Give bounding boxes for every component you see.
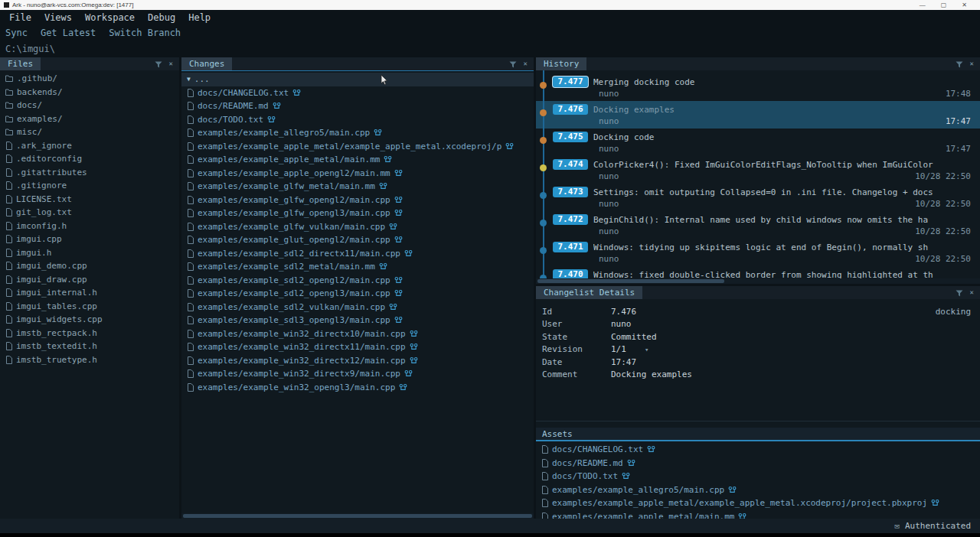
expander-icon[interactable]: ▼ (187, 76, 191, 83)
filter-icon[interactable] (956, 286, 963, 300)
asset-row[interactable]: examples/example_apple_metal/main.mm (536, 510, 980, 519)
changed-file-row[interactable]: examples/example_win32_directx9/main.cpp (181, 367, 534, 381)
history-commit-row[interactable]: 7.477Merging docking codenuno17:48 (536, 73, 980, 101)
changed-file-row[interactable]: examples/example_win32_directx10/main.cp… (181, 327, 534, 341)
history-commit-row[interactable]: 7.474ColorPicker4(): Fixed ImGuiColorEdi… (536, 156, 980, 184)
switch-branch-button[interactable]: Switch Branch (109, 28, 181, 38)
tab-history[interactable]: History (536, 57, 586, 70)
close-panel-icon[interactable]: ✕ (524, 60, 528, 67)
file-tree-item[interactable]: imgui.h (0, 246, 179, 260)
file-tree-item[interactable]: .ark_ignore (0, 139, 179, 153)
filter-icon[interactable] (956, 57, 963, 71)
revision-dropdown-icon[interactable]: ▾ (645, 346, 648, 353)
menu-debug[interactable]: Debug (148, 12, 175, 23)
changed-file-row[interactable]: examples/example_sdl2_directx11/main.cpp (181, 247, 534, 261)
tab-changes[interactable]: Changes (181, 57, 232, 70)
history-hscrollbar[interactable] (536, 278, 980, 284)
changed-file-row[interactable]: docs/TODO.txt (181, 113, 534, 127)
menu-views[interactable]: Views (44, 12, 72, 23)
changed-file-row[interactable]: examples/example_glfw_vulkan/main.cpp (181, 220, 534, 234)
commit-body: 7.471Windows: tidying up skipitems logic… (553, 241, 971, 266)
changed-file-row[interactable]: examples/example_sdl2_vulkan/main.cpp (181, 301, 534, 314)
changed-file-row[interactable]: examples/example_apple_opengl2/main.mm (181, 167, 534, 181)
get-latest-button[interactable]: Get Latest (41, 28, 96, 38)
asset-row[interactable]: docs/README.md (536, 457, 980, 470)
file-tree-item[interactable]: git_log.txt (0, 206, 179, 220)
file-tree-item[interactable]: imstb_truetype.h (0, 353, 179, 367)
file-tree-item[interactable]: imgui_draw.cpp (0, 273, 179, 287)
changed-file-row[interactable]: examples/example_win32_opengl3/main.cpp (181, 381, 534, 395)
file-icon (187, 356, 194, 365)
changed-file-row[interactable]: examples/example_win32_directx12/main.cp… (181, 354, 534, 368)
filter-icon[interactable] (155, 57, 162, 71)
sync-button[interactable]: Sync (5, 28, 28, 38)
changed-file-row[interactable]: examples/example_sdl2_metal/main.mm (181, 260, 534, 274)
path-bar: C:\imgui\ (0, 41, 980, 57)
file-tree-item[interactable]: misc/ (0, 125, 179, 139)
minimize-icon[interactable]: — (920, 2, 926, 8)
changed-file-row[interactable]: examples/example_apple_metal/main.mm (181, 153, 534, 167)
comment-area[interactable] (536, 383, 980, 421)
folder-icon (5, 129, 13, 135)
file-tree-item[interactable]: LICENSE.txt (0, 193, 179, 207)
changes-hscrollbar[interactable] (181, 513, 534, 519)
maximize-icon[interactable]: ▢ (941, 2, 947, 8)
file-tree-item[interactable]: imgui_tables.cpp (0, 300, 179, 314)
changed-file-row[interactable]: examples/example_glfw_opengl2/main.cpp (181, 194, 534, 207)
asset-row[interactable]: docs/CHANGELOG.txt (536, 443, 980, 457)
file-icon (5, 249, 12, 257)
file-tree-item[interactable]: imconfig.h (0, 220, 179, 233)
changed-file-row[interactable]: examples/example_win32_directx11/main.cp… (181, 340, 534, 354)
file-tree-item[interactable]: imgui_widgets.cpp (0, 313, 179, 327)
asset-row[interactable]: docs/TODO.txt (536, 470, 980, 483)
file-icon (187, 276, 194, 285)
pending-checkin-icon (410, 330, 418, 338)
history-commit-row[interactable]: 7.471Windows: tidying up skipitems logic… (536, 239, 980, 266)
close-panel-icon[interactable]: ✕ (970, 60, 974, 67)
menu-file[interactable]: File (9, 12, 31, 23)
file-tree-item[interactable]: docs/ (0, 99, 179, 112)
comment-text[interactable]: Docking examples (611, 369, 692, 379)
file-tree-item[interactable]: .editorconfig (0, 152, 179, 166)
history-commit-row[interactable]: 7.473Settings: omit outputing Collapsed=… (536, 184, 980, 211)
history-commit-row[interactable]: 7.470Windows: fixed double-clicked borde… (536, 266, 980, 278)
history-commit-row[interactable]: 7.476Docking examplesnuno17:47 (536, 101, 980, 129)
close-icon[interactable]: ✕ (962, 2, 967, 8)
changes-root-row[interactable]: ▼ ... (181, 73, 534, 86)
file-tree-item[interactable]: .gitignore (0, 179, 179, 193)
changed-file-row[interactable]: examples/example_allegro5/main.cpp (181, 126, 534, 140)
history-commit-row[interactable]: 7.475Docking codenuno17:47 (536, 129, 980, 156)
menu-workspace[interactable]: Workspace (85, 12, 135, 23)
file-tree-item[interactable]: imgui_internal.h (0, 286, 179, 300)
commit-time: 10/28 22:50 (915, 254, 971, 264)
changed-file-row[interactable]: examples/example_apple_metal/example_app… (181, 140, 534, 154)
changed-file-row[interactable]: examples/example_glfw_metal/main.mm (181, 180, 534, 194)
file-tree-item[interactable]: .gitattributes (0, 166, 179, 180)
changed-file-row[interactable]: examples/example_sdl3_opengl3/main.cpp (181, 314, 534, 327)
file-tree-item[interactable]: imgui.cpp (0, 233, 179, 246)
file-tree-item[interactable]: examples/ (0, 112, 179, 126)
history-commit-row[interactable]: 7.472BeginChild(): Internal name used by… (536, 211, 980, 239)
asset-row[interactable]: examples/example_allegro5/main.cpp (536, 483, 980, 497)
changed-file-row[interactable]: examples/example_glut_opengl2/main.cpp (181, 233, 534, 247)
changed-file-row[interactable]: docs/CHANGELOG.txt (181, 86, 534, 100)
tab-changelist-details[interactable]: Changelist Details (536, 286, 642, 299)
changed-file-row[interactable]: examples/example_sdl2_opengl2/main.cpp (181, 274, 534, 288)
file-tree-item[interactable]: imgui_demo.cpp (0, 259, 179, 273)
close-panel-icon[interactable]: ✕ (970, 289, 974, 296)
file-tree-item[interactable]: imstb_textedit.h (0, 340, 179, 353)
changed-file-row[interactable]: examples/example_glfw_opengl3/main.cpp (181, 207, 534, 220)
filter-icon[interactable] (509, 57, 517, 71)
menu-help[interactable]: Help (188, 12, 211, 23)
asset-row[interactable]: examples/example_apple_metal/example_app… (536, 496, 980, 510)
file-tree-item[interactable]: imstb_rectpack.h (0, 327, 179, 340)
close-panel-icon[interactable]: ✕ (169, 60, 173, 67)
changed-file-path: examples/example_sdl2_opengl3/main.cpp (198, 288, 390, 298)
file-tree-item[interactable]: .github/ (0, 72, 179, 86)
changed-file-row[interactable]: examples/example_sdl2_opengl3/main.cpp (181, 287, 534, 301)
changed-file-row[interactable]: docs/README.md (181, 99, 534, 113)
tab-files[interactable]: Files (0, 57, 41, 70)
asset-path: docs/CHANGELOG.txt (552, 444, 643, 454)
changed-file-path: examples/example_glfw_opengl2/main.cpp (198, 195, 390, 205)
file-tree-item[interactable]: backends/ (0, 86, 179, 99)
